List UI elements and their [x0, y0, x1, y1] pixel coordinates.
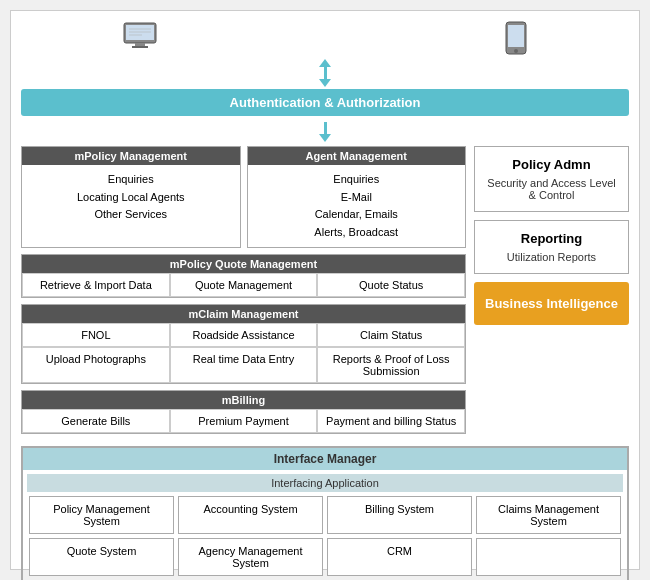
mclaim-header: mClaim Management	[22, 305, 465, 323]
auth-label: Authentication & Authorization	[230, 95, 421, 110]
business-intelligence-button[interactable]: Business Intelligence	[474, 282, 629, 325]
monitor-icon-left	[122, 21, 158, 51]
device-left	[122, 21, 158, 51]
mpolicy-management-box: mPolicy Management Enquiries Locating Lo…	[21, 146, 241, 248]
quote-cell-0: Retrieve & Import Data	[22, 273, 170, 297]
mclaim-box: mClaim Management FNOL Roadside Assistan…	[21, 304, 466, 384]
mpolicy-item-2: Locating Local Agents	[30, 189, 232, 207]
policy-admn-box: Policy Admn Security and Access Level & …	[474, 146, 629, 212]
mclaim-row1: FNOL Roadside Assistance Claim Status	[22, 323, 465, 347]
svg-point-9	[514, 49, 518, 53]
interface-manager-section: Interface Manager Interfacing Applicatio…	[21, 446, 629, 580]
arrow-shaft-2	[324, 122, 327, 134]
auth-bar: Authentication & Authorization	[21, 89, 629, 116]
svg-rect-2	[135, 43, 145, 46]
interface-grid: Policy Management System Accounting Syst…	[23, 496, 627, 580]
mclaim-cell-r2-2: Reports & Proof of Loss Submission	[317, 347, 465, 383]
interface-cell-6: CRM	[327, 538, 472, 576]
right-panel: Policy Admn Security and Access Level & …	[474, 146, 629, 440]
billing-cell-1: Premium Payment	[170, 409, 318, 433]
agent-item-1: Enquiries	[256, 171, 458, 189]
top-section	[21, 21, 629, 57]
quote-management-box: mPolicy Quote Management Retrieve & Impo…	[21, 254, 466, 298]
agent-item-2: E-Mail	[256, 189, 458, 207]
svg-rect-8	[508, 25, 524, 47]
mclaim-row2: Upload Photographs Real time Data Entry …	[22, 347, 465, 383]
main-container: Authentication & Authorization mPolicy M…	[10, 10, 640, 570]
mbilling-header: mBilling	[22, 391, 465, 409]
device-right	[504, 21, 528, 57]
bi-label: Business Intelligence	[485, 296, 618, 311]
mpolicy-header: mPolicy Management	[22, 147, 240, 165]
interface-cell-7	[476, 538, 621, 576]
reporting-title: Reporting	[483, 231, 620, 246]
agent-management-box: Agent Management Enquiries E-Mail Calend…	[247, 146, 467, 248]
mclaim-cell-r1-1: Roadside Assistance	[170, 323, 318, 347]
quote-cell-1: Quote Management	[170, 273, 318, 297]
content-area: mPolicy Management Enquiries Locating Lo…	[21, 146, 629, 440]
arrow-head-down-2	[319, 134, 331, 142]
agent-item-3: Calendar, Emails	[256, 206, 458, 224]
policy-admn-title: Policy Admn	[483, 157, 620, 172]
agent-management-header: Agent Management	[248, 147, 466, 165]
billing-cell-0: Generate Bills	[22, 409, 170, 433]
interface-cell-1: Accounting System	[178, 496, 323, 534]
svg-rect-3	[132, 46, 148, 48]
left-panel: mPolicy Management Enquiries Locating Lo…	[21, 146, 466, 440]
interface-cell-0: Policy Management System	[29, 496, 174, 534]
mobile-icon-right	[504, 21, 528, 57]
quote-header: mPolicy Quote Management	[22, 255, 465, 273]
agent-item-4: Alerts, Broadcast	[256, 224, 458, 242]
interface-cell-4: Quote System	[29, 538, 174, 576]
interface-cell-5: Agency Management System	[178, 538, 323, 576]
mpolicy-items: Enquiries Locating Local Agents Other Se…	[22, 165, 240, 230]
interfacing-app-header: Interfacing Application	[27, 474, 623, 492]
mpolicy-item-3: Other Services	[30, 206, 232, 224]
arrow-shaft	[324, 67, 327, 79]
billing-cell-2: Payment and billing Status	[317, 409, 465, 433]
mclaim-cell-r1-2: Claim Status	[317, 323, 465, 347]
arrow-head-down	[319, 79, 331, 87]
mbilling-body: Generate Bills Premium Payment Payment a…	[22, 409, 465, 433]
mclaim-cell-r2-1: Real time Data Entry	[170, 347, 318, 383]
reporting-text: Utilization Reports	[483, 251, 620, 263]
quote-cell-2: Quote Status	[317, 273, 465, 297]
reporting-box: Reporting Utilization Reports	[474, 220, 629, 274]
agent-items: Enquiries E-Mail Calendar, Emails Alerts…	[248, 165, 466, 247]
interface-manager-header: Interface Manager	[23, 448, 627, 470]
arrow-head-up	[319, 59, 331, 67]
svg-rect-1	[126, 25, 154, 40]
mclaim-cell-r1-0: FNOL	[22, 323, 170, 347]
interface-cell-2: Billing System	[327, 496, 472, 534]
mpolicy-agent-row: mPolicy Management Enquiries Locating Lo…	[21, 146, 466, 248]
mbilling-box: mBilling Generate Bills Premium Payment …	[21, 390, 466, 434]
down-arrow-container	[21, 122, 629, 142]
quote-body: Retrieve & Import Data Quote Management …	[22, 273, 465, 297]
interface-cell-3: Claims Management System	[476, 496, 621, 534]
auth-arrow	[21, 59, 629, 87]
mclaim-cell-r2-0: Upload Photographs	[22, 347, 170, 383]
mpolicy-item-1: Enquiries	[30, 171, 232, 189]
policy-admn-text: Security and Access Level & Control	[483, 177, 620, 201]
